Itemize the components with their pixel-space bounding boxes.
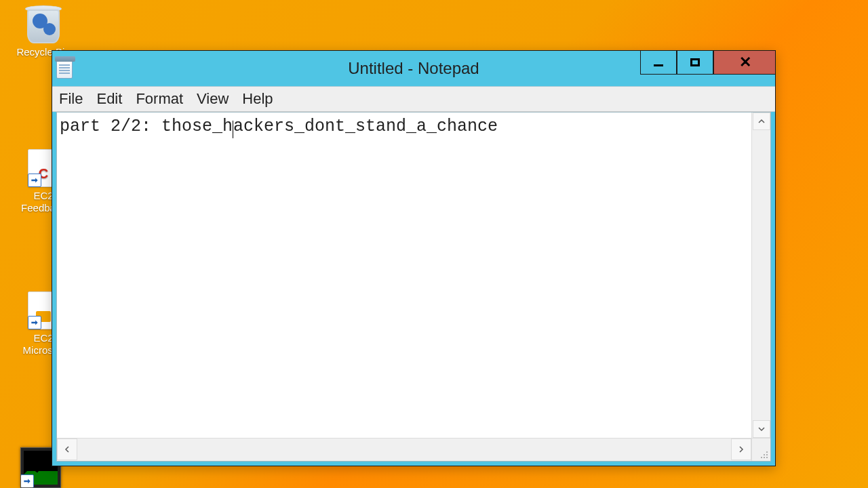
svg-point-2 xyxy=(766,454,768,455)
menu-file[interactable]: File xyxy=(56,89,85,109)
menu-help[interactable]: Help xyxy=(239,89,275,109)
menu-view[interactable]: View xyxy=(194,89,231,109)
window-controls: ✕ xyxy=(640,50,776,75)
scroll-right-button[interactable] xyxy=(731,439,751,460)
scroll-track[interactable] xyxy=(77,439,731,461)
resize-grip-icon xyxy=(759,449,768,459)
titlebar[interactable]: Untitled - Notepad ✕ xyxy=(52,51,775,86)
chevron-down-icon xyxy=(758,426,765,432)
minimize-button[interactable] xyxy=(640,50,677,75)
maximize-icon xyxy=(690,58,700,66)
text-editor[interactable]: part 2/2: those_hackers_dont_stand_a_cha… xyxy=(57,113,770,461)
menu-format[interactable]: Format xyxy=(133,89,186,109)
trash-icon xyxy=(27,9,60,43)
close-icon: ✕ xyxy=(739,54,750,71)
svg-point-5 xyxy=(766,457,768,458)
menu-edit[interactable]: Edit xyxy=(94,89,125,109)
notepad-window: Untitled - Notepad ✕ File Edit Format Vi… xyxy=(52,50,776,466)
chevron-right-icon xyxy=(738,446,745,453)
horizontal-scrollbar[interactable] xyxy=(57,438,770,461)
chevron-up-icon xyxy=(758,118,765,125)
client-area: part 2/2: those_hackers_dont_stand_a_cha… xyxy=(56,112,771,462)
resize-grip[interactable] xyxy=(751,439,770,461)
vertical-scrollbar[interactable] xyxy=(751,113,770,438)
svg-point-1 xyxy=(764,454,765,455)
shortcut-arrow-icon xyxy=(28,316,41,329)
scroll-down-button[interactable] xyxy=(753,420,770,438)
menubar: File Edit Format View Help xyxy=(52,86,775,112)
notepad-app-icon xyxy=(56,60,73,79)
close-button[interactable]: ✕ xyxy=(713,50,776,75)
svg-point-4 xyxy=(764,457,765,458)
svg-point-3 xyxy=(761,457,762,458)
scroll-up-button[interactable] xyxy=(753,113,770,130)
minimize-icon xyxy=(654,64,663,66)
chevron-left-icon xyxy=(64,446,71,453)
editor-text-before-caret: part 2/2: those_h xyxy=(60,117,233,136)
shortcut-arrow-icon xyxy=(20,474,34,488)
editor-text-after-caret: ackers_dont_stand_a_chance xyxy=(233,117,498,136)
shortcut-arrow-icon xyxy=(28,174,41,187)
svg-point-0 xyxy=(766,451,768,453)
desktop-background: Recycle Bin C EC2 Feedback EC2 Microsoft xyxy=(0,0,868,488)
scroll-left-button[interactable] xyxy=(57,439,77,460)
maximize-button[interactable] xyxy=(677,50,713,75)
